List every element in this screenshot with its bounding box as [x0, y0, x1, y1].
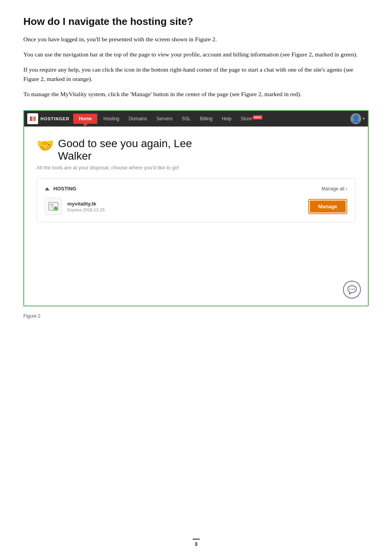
hosting-card: HOSTING Manage all › ✓ myvitality — [37, 178, 355, 222]
greeting-line1: Good to see you again, Lee — [58, 137, 192, 150]
hosting-card-header: HOSTING Manage all › — [45, 186, 347, 192]
svg-text:✓: ✓ — [54, 207, 57, 211]
svg-rect-2 — [34, 116, 35, 121]
figure-caption: Figure 2 — [23, 313, 369, 319]
hosting-item-info: myvitality.tk Expires 2018-12-25 — [67, 201, 303, 212]
logo-text: HOSTINGER — [40, 116, 69, 121]
hostinger-logo: HOSTINGER — [27, 113, 69, 124]
paragraph-3: If you require any help, you can click t… — [23, 65, 369, 84]
paragraph-4: To manage the MyVitality system, click t… — [23, 90, 369, 99]
nav-home[interactable]: Home — [73, 114, 97, 124]
user-avatar[interactable]: 👤 — [350, 113, 361, 124]
paragraph-1: Once you have logged in, you'll be prese… — [23, 35, 369, 44]
nav-item-store[interactable]: StoreNEW — [236, 113, 267, 124]
hostinger-navbar: HOSTINGER Home Hosting Domains Servers S… — [24, 111, 368, 127]
manage-button-wrapper: Manage — [308, 199, 347, 214]
nav-item-servers[interactable]: Servers — [152, 114, 177, 124]
hosting-item-icon: ✓ — [45, 198, 62, 215]
page-number: 3 — [193, 539, 200, 547]
nav-item-hosting[interactable]: Hosting — [99, 114, 124, 124]
manage-all-link[interactable]: Manage all › — [322, 186, 347, 192]
manage-button[interactable]: Manage — [310, 200, 346, 213]
hosting-item: ✓ myvitality.tk Expires 2018-12-25 Manag… — [45, 198, 347, 215]
svg-rect-1 — [33, 116, 33, 121]
store-new-badge: NEW — [253, 115, 262, 120]
figure-screenshot: HOSTINGER Home Hosting Domains Servers S… — [23, 110, 369, 306]
avatar-icon: 👤 — [352, 114, 360, 123]
hosting-domain: myvitality.tk — [67, 201, 303, 207]
nav-item-billing[interactable]: Billing — [195, 114, 217, 124]
chat-icon: 💬 — [347, 285, 357, 294]
screenshot-body: 🤝 Good to see you again, Lee Walker All … — [24, 127, 368, 306]
paragraph-2: You can use the navigation bar at the to… — [23, 50, 369, 60]
nav-item-domains[interactable]: Domains — [124, 114, 151, 124]
hosting-expires: Expires 2018-12-25 — [67, 207, 303, 212]
chat-bubble-button[interactable]: 💬 — [343, 281, 361, 299]
greeting-icon: 🤝 — [37, 137, 54, 154]
svg-rect-0 — [30, 116, 32, 121]
hosting-triangle-icon — [45, 187, 49, 190]
nav-item-ssl[interactable]: SSL — [177, 114, 195, 124]
page-heading: How do I navigate the hosting site? — [23, 16, 369, 28]
greeting-text-block: Good to see you again, Lee Walker — [58, 137, 192, 162]
greeting-subtitle: All the tools are at your disposal, choo… — [37, 165, 355, 171]
greeting-line2: Walker — [58, 150, 192, 162]
logo-icon — [27, 113, 38, 124]
avatar-chevron-icon: ▾ — [363, 116, 365, 121]
nav-item-help[interactable]: Help — [217, 114, 236, 124]
greeting-area: 🤝 Good to see you again, Lee Walker — [37, 137, 355, 162]
page-number-area: 3 — [0, 539, 392, 547]
hosting-card-title: HOSTING — [45, 186, 76, 192]
